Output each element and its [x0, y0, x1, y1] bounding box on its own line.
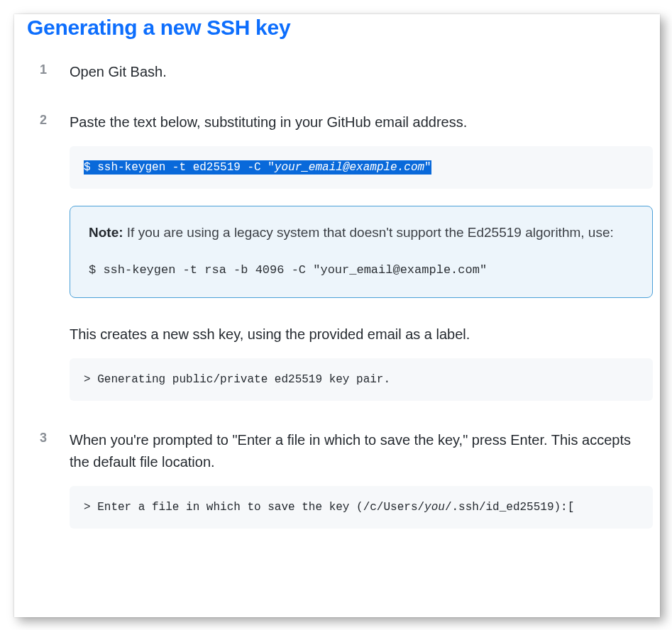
- placeholder-you: you: [424, 501, 445, 514]
- note-callout: Note: If you are using a legacy system t…: [70, 206, 653, 298]
- note-code[interactable]: $ ssh-keygen -t rsa -b 4096 -C "your_ema…: [89, 260, 634, 280]
- code-block-output[interactable]: > Generating public/private ed25519 key …: [70, 358, 653, 401]
- step-text: Open Git Bash.: [70, 61, 653, 83]
- code-block-prompt[interactable]: > Enter a file in which to save the key …: [70, 486, 653, 529]
- note-label: Note:: [89, 225, 123, 240]
- note-body: If you are using a legacy system that do…: [123, 225, 614, 240]
- doc-card: Generating a new SSH key Open Git Bash. …: [14, 14, 660, 617]
- steps-list: Open Git Bash. Paste the text below, sub…: [27, 61, 653, 529]
- step-text: When you're prompted to "Enter a file in…: [70, 429, 653, 473]
- step-text: Paste the text below, substituting in yo…: [70, 111, 653, 133]
- note-text: Note: If you are using a legacy system t…: [89, 222, 634, 243]
- step-2: Paste the text below, substituting in yo…: [27, 111, 653, 401]
- page-title: Generating a new SSH key: [27, 16, 653, 40]
- step-3: When you're prompted to "Enter a file in…: [27, 429, 653, 529]
- step-followup: This creates a new ssh key, using the pr…: [70, 324, 653, 346]
- code-block-keygen[interactable]: $ ssh-keygen -t ed25519 -C "your_email@e…: [70, 146, 653, 189]
- highlighted-command: $ ssh-keygen -t ed25519 -C "your_email@e…: [84, 160, 431, 175]
- step-1: Open Git Bash.: [27, 61, 653, 83]
